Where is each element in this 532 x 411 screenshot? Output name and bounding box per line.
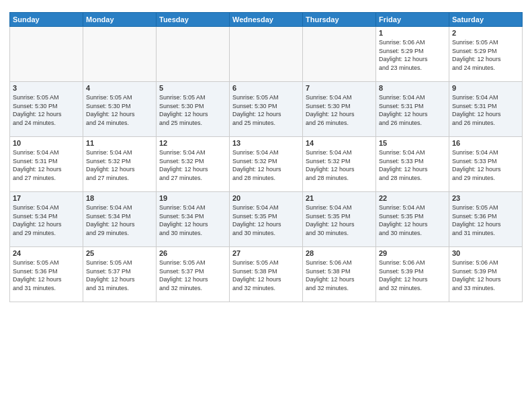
calendar-cell: 6Sunrise: 5:05 AM Sunset: 5:30 PM Daylig… (230, 82, 303, 137)
calendar-cell: 4Sunrise: 5:05 AM Sunset: 5:30 PM Daylig… (83, 82, 157, 137)
calendar-cell (10, 27, 83, 82)
day-number: 16 (452, 139, 519, 147)
day-info: Sunrise: 5:04 AM Sunset: 5:35 PM Dayligh… (232, 203, 300, 237)
calendar-header-row: SundayMondayTuesdayWednesdayThursdayFrid… (10, 13, 523, 27)
calendar-cell: 9Sunrise: 5:04 AM Sunset: 5:31 PM Daylig… (449, 82, 523, 137)
calendar-cell (157, 27, 230, 82)
calendar-cell: 20Sunrise: 5:04 AM Sunset: 5:35 PM Dayli… (230, 192, 303, 247)
calendar-cell: 14Sunrise: 5:04 AM Sunset: 5:32 PM Dayli… (303, 137, 376, 192)
weekday-header-tuesday: Tuesday (157, 13, 230, 27)
day-info: Sunrise: 5:04 AM Sunset: 5:31 PM Dayligh… (13, 148, 80, 182)
day-info: Sunrise: 5:04 AM Sunset: 5:35 PM Dayligh… (379, 203, 446, 237)
day-number: 28 (306, 249, 373, 257)
day-info: Sunrise: 5:06 AM Sunset: 5:38 PM Dayligh… (306, 259, 373, 292)
calendar-week-3: 10Sunrise: 5:04 AM Sunset: 5:31 PM Dayli… (10, 137, 523, 192)
day-info: Sunrise: 5:05 AM Sunset: 5:30 PM Dayligh… (232, 93, 300, 127)
day-info: Sunrise: 5:04 AM Sunset: 5:32 PM Dayligh… (159, 148, 226, 182)
day-info: Sunrise: 5:05 AM Sunset: 5:37 PM Dayligh… (159, 259, 226, 292)
day-info: Sunrise: 5:04 AM Sunset: 5:34 PM Dayligh… (159, 203, 226, 237)
day-info: Sunrise: 5:05 AM Sunset: 5:36 PM Dayligh… (13, 259, 80, 292)
day-number: 12 (159, 139, 226, 147)
day-info: Sunrise: 5:05 AM Sunset: 5:30 PM Dayligh… (159, 93, 226, 127)
weekday-header-saturday: Saturday (449, 13, 523, 27)
calendar-cell: 11Sunrise: 5:04 AM Sunset: 5:32 PM Dayli… (83, 137, 157, 192)
day-number: 7 (306, 84, 373, 92)
day-number: 10 (13, 139, 80, 147)
day-number: 15 (379, 139, 446, 147)
calendar-cell: 19Sunrise: 5:04 AM Sunset: 5:34 PM Dayli… (157, 192, 230, 247)
day-info: Sunrise: 5:04 AM Sunset: 5:31 PM Dayligh… (452, 93, 519, 127)
day-number: 3 (13, 84, 80, 92)
day-number: 26 (159, 249, 226, 257)
calendar-cell: 10Sunrise: 5:04 AM Sunset: 5:31 PM Dayli… (10, 137, 83, 192)
calendar-cell (303, 27, 376, 82)
day-info: Sunrise: 5:05 AM Sunset: 5:30 PM Dayligh… (13, 93, 80, 127)
calendar-cell: 15Sunrise: 5:04 AM Sunset: 5:33 PM Dayli… (376, 137, 449, 192)
calendar-cell: 8Sunrise: 5:04 AM Sunset: 5:31 PM Daylig… (376, 82, 449, 137)
calendar-cell: 3Sunrise: 5:05 AM Sunset: 5:30 PM Daylig… (10, 82, 83, 137)
calendar-cell: 28Sunrise: 5:06 AM Sunset: 5:38 PM Dayli… (303, 247, 376, 302)
calendar-cell: 29Sunrise: 5:06 AM Sunset: 5:39 PM Dayli… (376, 247, 449, 302)
day-number: 23 (452, 194, 519, 202)
day-number: 4 (86, 84, 153, 92)
weekday-header-thursday: Thursday (303, 13, 376, 27)
calendar-cell: 21Sunrise: 5:04 AM Sunset: 5:35 PM Dayli… (303, 192, 376, 247)
calendar-week-5: 24Sunrise: 5:05 AM Sunset: 5:36 PM Dayli… (10, 247, 523, 302)
calendar-cell: 5Sunrise: 5:05 AM Sunset: 5:30 PM Daylig… (157, 82, 230, 137)
day-number: 30 (452, 249, 519, 257)
day-info: Sunrise: 5:04 AM Sunset: 5:31 PM Dayligh… (379, 93, 446, 127)
day-number: 5 (159, 84, 226, 92)
calendar-week-2: 3Sunrise: 5:05 AM Sunset: 5:30 PM Daylig… (10, 82, 523, 137)
calendar: SundayMondayTuesdayWednesdayThursdayFrid… (9, 12, 523, 302)
day-number: 27 (232, 249, 300, 257)
day-number: 8 (379, 84, 446, 92)
day-number: 29 (379, 249, 446, 257)
header: General Blue (9, 7, 523, 8)
day-number: 20 (232, 194, 300, 202)
day-number: 25 (86, 249, 153, 257)
day-info: Sunrise: 5:05 AM Sunset: 5:38 PM Dayligh… (232, 259, 300, 292)
calendar-cell: 30Sunrise: 5:06 AM Sunset: 5:39 PM Dayli… (449, 247, 523, 302)
weekday-header-sunday: Sunday (10, 13, 83, 27)
calendar-cell (230, 27, 303, 82)
calendar-cell (83, 27, 157, 82)
calendar-cell: 24Sunrise: 5:05 AM Sunset: 5:36 PM Dayli… (10, 247, 83, 302)
calendar-cell: 27Sunrise: 5:05 AM Sunset: 5:38 PM Dayli… (230, 247, 303, 302)
day-info: Sunrise: 5:04 AM Sunset: 5:34 PM Dayligh… (13, 203, 80, 237)
calendar-cell: 18Sunrise: 5:04 AM Sunset: 5:34 PM Dayli… (83, 192, 157, 247)
calendar-cell: 17Sunrise: 5:04 AM Sunset: 5:34 PM Dayli… (10, 192, 83, 247)
weekday-header-wednesday: Wednesday (230, 13, 303, 27)
day-number: 11 (86, 139, 153, 147)
day-number: 13 (232, 139, 300, 147)
calendar-cell: 7Sunrise: 5:04 AM Sunset: 5:30 PM Daylig… (303, 82, 376, 137)
calendar-week-1: 1Sunrise: 5:06 AM Sunset: 5:29 PM Daylig… (10, 27, 523, 82)
calendar-cell: 16Sunrise: 5:04 AM Sunset: 5:33 PM Dayli… (449, 137, 523, 192)
day-info: Sunrise: 5:05 AM Sunset: 5:37 PM Dayligh… (86, 259, 153, 292)
day-number: 24 (13, 249, 80, 257)
page: General Blue SundayMondayTuesdayWednesda… (0, 0, 532, 411)
calendar-cell: 2Sunrise: 5:05 AM Sunset: 5:29 PM Daylig… (449, 27, 523, 82)
day-number: 6 (232, 84, 300, 92)
day-number: 1 (379, 29, 446, 37)
calendar-cell: 25Sunrise: 5:05 AM Sunset: 5:37 PM Dayli… (83, 247, 157, 302)
day-number: 9 (452, 84, 519, 92)
day-info: Sunrise: 5:04 AM Sunset: 5:34 PM Dayligh… (86, 203, 153, 237)
day-info: Sunrise: 5:04 AM Sunset: 5:33 PM Dayligh… (379, 148, 446, 182)
day-number: 21 (306, 194, 373, 202)
day-info: Sunrise: 5:04 AM Sunset: 5:33 PM Dayligh… (452, 148, 519, 182)
day-info: Sunrise: 5:05 AM Sunset: 5:30 PM Dayligh… (86, 93, 153, 127)
day-info: Sunrise: 5:05 AM Sunset: 5:36 PM Dayligh… (452, 203, 519, 237)
calendar-cell: 1Sunrise: 5:06 AM Sunset: 5:29 PM Daylig… (376, 27, 449, 82)
calendar-cell: 22Sunrise: 5:04 AM Sunset: 5:35 PM Dayli… (376, 192, 449, 247)
calendar-cell: 26Sunrise: 5:05 AM Sunset: 5:37 PM Dayli… (157, 247, 230, 302)
day-info: Sunrise: 5:04 AM Sunset: 5:35 PM Dayligh… (306, 203, 373, 237)
day-info: Sunrise: 5:06 AM Sunset: 5:39 PM Dayligh… (452, 259, 519, 292)
day-info: Sunrise: 5:04 AM Sunset: 5:32 PM Dayligh… (232, 148, 300, 182)
day-info: Sunrise: 5:06 AM Sunset: 5:39 PM Dayligh… (379, 259, 446, 292)
day-info: Sunrise: 5:04 AM Sunset: 5:32 PM Dayligh… (86, 148, 153, 182)
day-number: 22 (379, 194, 446, 202)
calendar-cell: 13Sunrise: 5:04 AM Sunset: 5:32 PM Dayli… (230, 137, 303, 192)
day-number: 14 (306, 139, 373, 147)
day-number: 2 (452, 29, 519, 37)
calendar-week-4: 17Sunrise: 5:04 AM Sunset: 5:34 PM Dayli… (10, 192, 523, 247)
